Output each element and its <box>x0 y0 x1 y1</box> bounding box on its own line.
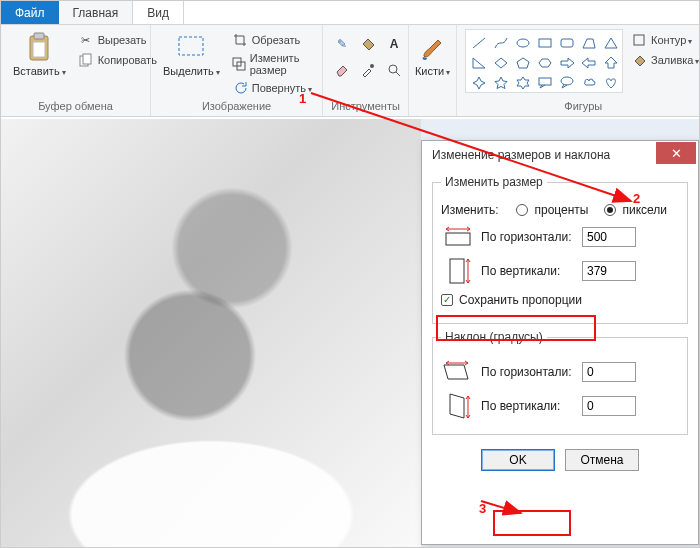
image-canvas[interactable] <box>1 119 421 548</box>
shape-star5[interactable] <box>490 72 512 94</box>
shape-polygon[interactable] <box>578 32 600 54</box>
radio-percent[interactable] <box>516 204 528 216</box>
outline-label: Контур <box>651 34 692 46</box>
shape-curve[interactable] <box>490 32 512 54</box>
ok-button[interactable]: OK <box>481 449 555 471</box>
clipboard-icon <box>23 31 55 63</box>
shape-line[interactable] <box>468 32 490 54</box>
skew-v-label: По вертикали: <box>481 399 576 413</box>
resize-icon <box>232 56 246 72</box>
shape-callout-cloud[interactable] <box>578 72 600 94</box>
shape-oval[interactable] <box>512 32 534 54</box>
tabs-bar: Файл Главная Вид <box>1 1 699 25</box>
cut-button[interactable]: ✂Вырезать <box>76 31 159 49</box>
svg-point-9 <box>389 65 397 73</box>
svg-rect-16 <box>446 233 470 245</box>
by-label: Изменить: <box>441 203 498 217</box>
shape-star6[interactable] <box>512 72 534 94</box>
brushes-label: Кисти <box>415 65 450 77</box>
fill-icon <box>631 52 647 68</box>
tab-file[interactable]: Файл <box>1 1 59 24</box>
paste-label: Вставить <box>13 65 66 77</box>
scissors-icon: ✂ <box>78 32 94 48</box>
shape-hexagon[interactable] <box>534 52 556 74</box>
tab-home[interactable]: Главная <box>59 1 134 24</box>
percent-label: проценты <box>534 203 588 217</box>
svg-rect-12 <box>561 39 573 47</box>
group-tools-label: Инструменты <box>331 100 400 114</box>
dialog-close-button[interactable]: ✕ <box>656 142 696 164</box>
outline-icon <box>631 32 647 48</box>
picker-tool[interactable] <box>357 59 379 81</box>
copy-label: Копировать <box>98 54 157 66</box>
shape-pentagon[interactable] <box>512 52 534 74</box>
tab-view[interactable]: Вид <box>133 1 184 24</box>
shape-diamond[interactable] <box>490 52 512 74</box>
brushes-button[interactable]: Кисти <box>411 29 454 79</box>
shape-roundrect[interactable] <box>556 32 578 54</box>
rotate-button[interactable]: Повернуть <box>230 79 314 97</box>
resize-dialog: Изменение размеров и наклона ✕ Изменить … <box>421 140 699 545</box>
rotate-label: Повернуть <box>252 82 312 94</box>
shape-arrow-r[interactable] <box>556 52 578 74</box>
resize-label: Изменить размер <box>250 52 312 76</box>
ribbon: Вставить ✂Вырезать Копировать Буфер обме… <box>1 25 699 117</box>
svg-rect-4 <box>83 54 91 64</box>
shape-rect[interactable] <box>534 32 556 54</box>
shape-callout-round[interactable] <box>556 72 578 94</box>
svg-rect-11 <box>539 39 551 47</box>
skew-h-label: По горизонтали: <box>481 365 576 379</box>
svg-point-14 <box>561 77 573 85</box>
svg-rect-15 <box>634 35 644 45</box>
rotate-icon <box>232 80 248 96</box>
skew-v-glyph-icon <box>441 392 475 420</box>
shape-outline-button[interactable]: Контур <box>629 31 700 49</box>
shape-rtriangle[interactable] <box>468 52 490 74</box>
vertical-input[interactable] <box>582 261 636 281</box>
shape-arrow-u[interactable] <box>600 52 622 74</box>
close-icon: ✕ <box>671 146 682 161</box>
bucket-tool[interactable] <box>357 33 379 55</box>
svg-point-10 <box>517 39 529 47</box>
dialog-title: Изменение размеров и наклона <box>432 148 610 162</box>
skew-h-input[interactable] <box>582 362 636 382</box>
shape-triangle[interactable] <box>600 32 622 54</box>
radio-pixels[interactable] <box>604 204 616 216</box>
skew-legend: Наклон (градусы) <box>441 330 547 344</box>
resize-button[interactable]: Изменить размер <box>230 51 314 77</box>
svg-rect-5 <box>179 37 203 55</box>
h-label: По горизонтали: <box>481 230 576 244</box>
horizontal-input[interactable] <box>582 227 636 247</box>
shape-arrow-l[interactable] <box>578 52 600 74</box>
svg-point-8 <box>370 64 374 68</box>
shape-star4[interactable] <box>468 72 490 94</box>
skew-h-glyph-icon <box>441 358 475 386</box>
shape-heart[interactable] <box>600 72 622 94</box>
eraser-tool[interactable] <box>331 59 353 81</box>
svg-rect-1 <box>34 33 44 39</box>
v-label: По вертикали: <box>481 264 576 278</box>
select-button[interactable]: Выделить <box>159 29 224 79</box>
shapes-gallery[interactable] <box>465 29 623 93</box>
svg-rect-17 <box>450 259 464 283</box>
crop-label: Обрезать <box>252 34 301 46</box>
select-label: Выделить <box>163 65 220 77</box>
group-image-label: Изображение <box>159 100 314 114</box>
skew-v-input[interactable] <box>582 396 636 416</box>
shape-callout-rect[interactable] <box>534 72 556 94</box>
shape-fill-button[interactable]: Заливка <box>629 51 700 69</box>
crop-button[interactable]: Обрезать <box>230 31 314 49</box>
cut-label: Вырезать <box>98 34 147 46</box>
keep-ratio-checkbox[interactable] <box>441 294 453 306</box>
copy-icon <box>78 52 94 68</box>
cancel-button[interactable]: Отмена <box>565 449 639 471</box>
resize-fieldset: Изменить размер Изменить: проценты пиксе… <box>432 175 688 324</box>
copy-button[interactable]: Копировать <box>76 51 159 69</box>
text-tool[interactable]: A <box>383 33 405 55</box>
magnifier-tool[interactable] <box>383 59 405 81</box>
pencil-tool[interactable]: ✎ <box>331 33 353 55</box>
paste-button[interactable]: Вставить <box>9 29 70 79</box>
brush-icon <box>417 31 449 63</box>
select-icon <box>175 31 207 63</box>
pixels-label: пиксели <box>622 203 667 217</box>
